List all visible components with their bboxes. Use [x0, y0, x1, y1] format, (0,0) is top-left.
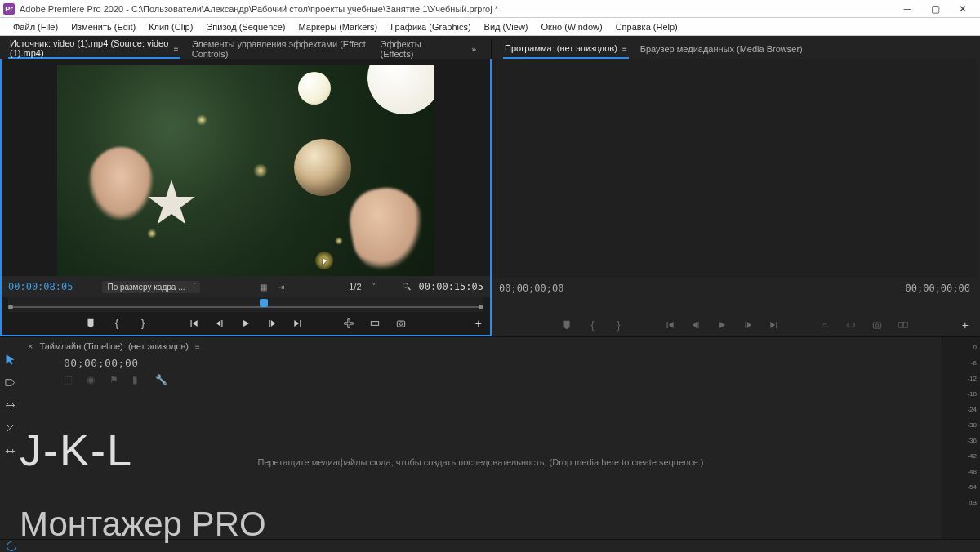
audio-meter[interactable]: 0 -6 -12 -18 -24 -30 -36 -42 -48 -54 dB [942, 337, 980, 539]
snap-icon[interactable]: ⬚ [64, 374, 75, 385]
wrench-icon[interactable]: 🔧 [155, 374, 167, 385]
go-to-in-button[interactable] [186, 316, 201, 331]
razor-tool[interactable] [2, 421, 17, 435]
button-editor-icon[interactable]: + [475, 317, 482, 330]
go-to-out-button[interactable] [767, 318, 782, 332]
meter-level: -48 [967, 468, 977, 474]
panel-menu-icon[interactable]: ≡ [195, 342, 200, 351]
menu-graphics[interactable]: Графика (Graphics) [384, 18, 477, 35]
timeline-header: 00;00;00;00 [20, 355, 942, 372]
export-frame-button[interactable] [394, 316, 408, 331]
app-icon: Pr [3, 3, 15, 15]
menu-help[interactable]: Справка (Help) [609, 18, 684, 35]
insert-button[interactable] [341, 316, 356, 331]
overlay-brand-text: Монтажер PRO [20, 505, 266, 544]
step-forward-button[interactable] [741, 318, 755, 332]
menu-markers[interactable]: Маркеры (Markers) [292, 18, 385, 35]
maximize-button[interactable]: ▢ [921, 0, 949, 18]
ripple-edit-tool[interactable] [2, 398, 17, 412]
slip-tool[interactable] [2, 443, 17, 458]
program-transport-controls: { } + [492, 314, 977, 336]
mark-in-button[interactable]: { [109, 316, 124, 331]
minimize-button[interactable]: ─ [893, 0, 921, 18]
step-back-button[interactable] [688, 318, 703, 332]
source-info-bar: 00:00:08:05 По размеру кадра ... ▦ ⇥ 1/2… [2, 276, 490, 297]
overwrite-button[interactable] [368, 316, 382, 331]
meter-level: -12 [967, 375, 977, 381]
menu-clip[interactable]: Клип (Clip) [142, 18, 199, 35]
sync-icon[interactable] [5, 539, 19, 552]
tab-source[interactable]: Источник: video (1).mp4 (Source: video (… [8, 39, 180, 59]
marker-icon[interactable]: ⚑ [109, 374, 121, 385]
button-editor-icon[interactable]: + [962, 318, 969, 332]
selection-tool[interactable] [2, 352, 17, 367]
source-playhead[interactable] [260, 299, 268, 307]
menu-bar: Файл (File) Изменить (Edit) Клип (Clip) … [0, 18, 980, 36]
program-preview-area[interactable] [492, 59, 977, 278]
close-tab-icon[interactable]: × [28, 341, 33, 351]
source-zoom-dropdown[interactable]: По размеру кадра ... [102, 281, 199, 293]
source-resolution-ratio[interactable]: 1/2 [349, 282, 361, 292]
menu-file[interactable]: Файл (File) [7, 18, 65, 35]
lift-button[interactable] [817, 318, 832, 332]
source-timeline-ruler[interactable] [8, 297, 483, 312]
svg-rect-1 [397, 321, 404, 327]
source-video-preview [57, 65, 434, 276]
svg-point-2 [399, 323, 403, 326]
meter-level: -54 [967, 483, 977, 490]
settings-icon[interactable]: ▮ [132, 374, 144, 385]
wrench-icon[interactable] [401, 281, 412, 292]
comparison-view-button[interactable] [896, 318, 911, 332]
timeline-tab-bar: × Таймлайн (Timeline): (нет эпизодов) ≡ [20, 337, 942, 355]
overlay-toggle-icon[interactable]: ⇥ [275, 281, 287, 292]
meter-level: -24 [967, 406, 977, 412]
menu-window[interactable]: Окно (Window) [535, 18, 609, 35]
close-button[interactable]: ✕ [949, 0, 977, 18]
timeline-current-timecode[interactable]: 00;00;00;00 [64, 357, 933, 369]
svg-rect-3 [847, 323, 853, 327]
play-button[interactable] [715, 318, 729, 332]
meter-level: -42 [967, 452, 977, 459]
tab-effects[interactable]: Эффекты (Effects) [379, 39, 445, 59]
source-monitor-panel: 00:00:08:05 По размеру кадра ... ▦ ⇥ 1/2… [0, 59, 492, 336]
menu-sequence[interactable]: Эпизод (Sequence) [199, 18, 292, 35]
mark-out-button[interactable]: } [136, 316, 150, 331]
linked-selection-icon[interactable]: ◉ [87, 374, 98, 385]
add-marker-button[interactable] [559, 318, 574, 332]
tab-program-label: Программа: (нет эпизодов) [505, 43, 617, 53]
menu-edit[interactable]: Изменить (Edit) [65, 18, 142, 35]
tab-media-browser[interactable]: Браузер медиаданных (Media Browser) [639, 39, 804, 59]
svg-rect-6 [898, 323, 902, 328]
add-marker-button[interactable] [83, 316, 98, 331]
svg-rect-7 [903, 323, 907, 328]
svg-rect-0 [371, 322, 378, 326]
menu-view[interactable]: Вид (View) [478, 18, 535, 35]
play-button[interactable] [238, 316, 253, 331]
program-duration-timecode: 00;00;00;00 [906, 283, 970, 294]
extract-button[interactable] [844, 318, 858, 332]
export-frame-button[interactable] [870, 318, 884, 332]
meter-unit: dB [969, 499, 977, 505]
track-select-tool[interactable] [2, 375, 17, 390]
tab-source-label: Источник: video (1).mp4 (Source: video (… [10, 38, 169, 58]
timeline-tab-label[interactable]: Таймлайн (Timeline): (нет эпизодов) [39, 341, 189, 351]
step-back-button[interactable] [212, 316, 227, 331]
window-title: Adobe Premiere Pro 2020 - C:\Пользовател… [20, 4, 893, 14]
mark-in-button[interactable]: { [586, 318, 600, 332]
mark-out-button[interactable]: } [612, 318, 626, 332]
panel-menu-icon[interactable]: ≡ [622, 44, 627, 53]
tab-program[interactable]: Программа: (нет эпизодов) ≡ [503, 39, 629, 59]
program-current-timecode[interactable]: 00;00;00;00 [499, 283, 564, 294]
more-tabs-icon[interactable]: » [465, 44, 483, 54]
meter-level: -6 [971, 359, 977, 366]
go-to-out-button[interactable] [291, 316, 305, 331]
source-preview-area[interactable] [2, 59, 490, 276]
go-to-in-button[interactable] [662, 318, 677, 332]
panel-menu-icon[interactable]: ≡ [174, 44, 179, 53]
svg-rect-4 [873, 323, 880, 328]
settings-list-icon[interactable]: ▦ [257, 281, 269, 292]
program-info-bar: 00;00;00;00 00;00;00;00 [492, 278, 977, 299]
tab-effect-controls[interactable]: Элементы управления эффектами (Effect Co… [190, 39, 369, 59]
source-current-timecode[interactable]: 00:00:08:05 [8, 281, 73, 292]
step-forward-button[interactable] [265, 316, 279, 331]
